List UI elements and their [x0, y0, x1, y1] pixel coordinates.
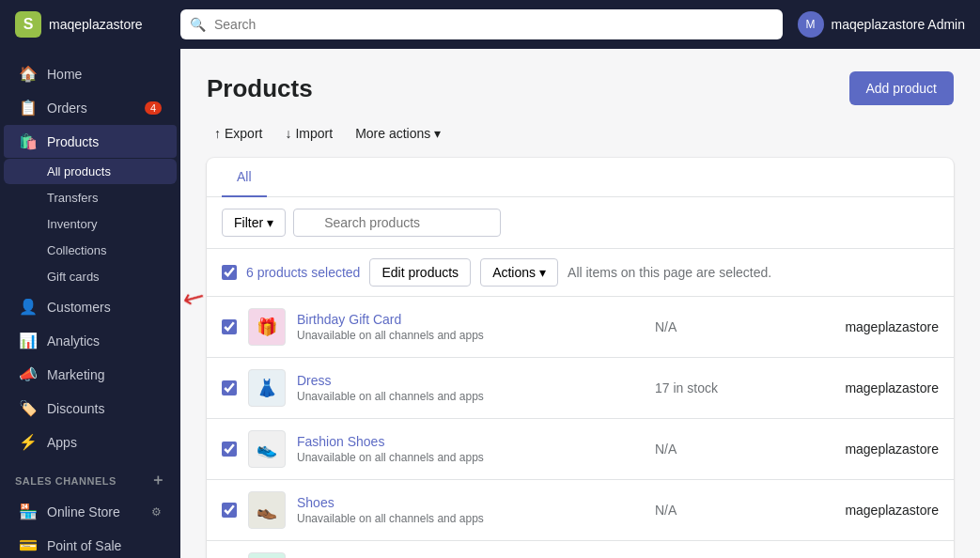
- tab-all[interactable]: All: [222, 158, 267, 197]
- apps-icon: ⚡: [19, 433, 38, 451]
- actions-label: Actions: [492, 265, 536, 280]
- main-content: Products Add product ↑ Export ↓ Import M…: [180, 49, 980, 558]
- more-actions-label: More actions: [355, 126, 430, 141]
- filter-label: Filter: [234, 215, 263, 230]
- product-checkbox[interactable]: [222, 442, 237, 457]
- search-icon: 🔍: [190, 17, 206, 32]
- product-checkbox[interactable]: [222, 380, 237, 395]
- sidebar-item-online-store[interactable]: 🏪 Online Store ⚙: [4, 495, 177, 528]
- sidebar-sub-all-products[interactable]: All products: [4, 159, 177, 184]
- sidebar-sub-transfers[interactable]: Transfers: [4, 185, 177, 210]
- tab-all-label: All: [237, 169, 252, 184]
- table-row: 👟 Fashion Shoes Unavailable on all chann…: [207, 419, 954, 480]
- pos-icon: 💳: [19, 536, 38, 554]
- main-layout: ↙ 🏠 Home 📋 Orders 4 🛍️ Products All prod…: [0, 49, 980, 558]
- toolbar: ↑ Export ↓ Import More actions ▾: [207, 120, 954, 147]
- product-stock: N/A: [655, 503, 805, 518]
- sidebar-item-products[interactable]: 🛍️ Products: [4, 125, 177, 158]
- shopify-icon: S: [15, 11, 41, 38]
- sidebar-item-label: Discounts: [47, 401, 104, 416]
- sidebar-item-label: Home: [47, 67, 82, 82]
- brand-logo[interactable]: S maqeplazastore: [15, 11, 165, 38]
- page-header: Products Add product: [207, 71, 954, 105]
- sidebar-item-orders[interactable]: 📋 Orders 4: [4, 91, 177, 124]
- product-subtitle: Unavailable on all channels and apps: [297, 329, 644, 342]
- product-channel: mageplazastore: [817, 503, 939, 518]
- sidebar-item-marketing[interactable]: 📣 Marketing: [4, 358, 177, 391]
- product-stock: 17 in stock: [655, 380, 805, 395]
- select-all-checkbox[interactable]: [222, 265, 237, 280]
- product-name[interactable]: Fashion Shoes: [297, 434, 644, 449]
- sidebar-item-home[interactable]: 🏠 Home: [4, 57, 177, 90]
- sidebar-item-label: Products: [47, 134, 99, 149]
- product-info: Fashion Shoes Unavailable on all channel…: [297, 434, 644, 464]
- export-button[interactable]: ↑ Export: [207, 120, 270, 147]
- product-stock: N/A: [655, 319, 805, 334]
- search-input[interactable]: [180, 9, 783, 39]
- product-thumbnail: 👞: [248, 491, 286, 529]
- product-thumbnail: 👕: [248, 552, 286, 558]
- sidebar-item-analytics[interactable]: 📊 Analytics: [4, 324, 177, 357]
- product-subtitle: Unavailable on all channels and apps: [297, 451, 644, 464]
- admin-menu[interactable]: M maqeplazastore Admin: [798, 11, 965, 38]
- export-icon: ↑: [214, 126, 221, 141]
- filter-button[interactable]: Filter ▾: [222, 209, 286, 237]
- product-subtitle: Unavailable on all channels and apps: [297, 390, 644, 403]
- sales-channels-section: SALES CHANNELS ＋: [0, 459, 180, 494]
- sidebar-item-label: Apps: [47, 435, 77, 450]
- product-subtitle: Unavailable on all channels and apps: [297, 512, 644, 525]
- add-product-button[interactable]: Add product: [849, 71, 955, 105]
- sidebar-item-label: Point of Sale: [47, 538, 121, 553]
- import-label: Import: [295, 126, 333, 141]
- actions-chevron-icon: ▾: [539, 265, 546, 280]
- table-row: 👞 Shoes Unavailable on all channels and …: [207, 480, 954, 541]
- add-sales-channel-icon[interactable]: ＋: [150, 471, 166, 490]
- marketing-icon: 📣: [19, 365, 38, 383]
- selection-bar: 6 products selected Edit products Action…: [207, 249, 954, 297]
- avatar: M: [798, 11, 824, 38]
- sidebar-item-label: Customers: [47, 300, 111, 315]
- sidebar-item-apps[interactable]: ⚡ Apps: [4, 426, 177, 458]
- chevron-down-icon: ▾: [434, 126, 441, 141]
- actions-button[interactable]: Actions ▾: [480, 258, 558, 287]
- more-actions-button[interactable]: More actions ▾: [348, 120, 448, 147]
- product-info: Shoes Unavailable on all channels and ap…: [297, 495, 644, 525]
- sidebar-sub-label: Collections: [47, 243, 107, 257]
- discounts-icon: 🏷️: [19, 399, 38, 417]
- edit-products-button[interactable]: Edit products: [369, 258, 471, 287]
- sidebar-item-customers[interactable]: 👤 Customers: [4, 290, 177, 323]
- search-products-wrapper: 🔍: [293, 209, 939, 237]
- sidebar-sub-label: Transfers: [47, 191, 98, 205]
- sidebar: 🏠 Home 📋 Orders 4 🛍️ Products All produc…: [0, 49, 180, 558]
- selected-count: 6 products selected: [246, 265, 360, 280]
- sidebar-sub-gift-cards[interactable]: Gift cards: [4, 264, 177, 289]
- search-products-input[interactable]: [293, 209, 501, 237]
- product-name[interactable]: Shoes: [297, 495, 644, 510]
- products-card: All Filter ▾ 🔍 6 products selected Edit …: [207, 158, 954, 558]
- sidebar-sub-label: Inventory: [47, 217, 97, 231]
- customers-icon: 👤: [19, 298, 38, 316]
- product-list: 🎁 Birthday Gift Card Unavailable on all …: [207, 297, 954, 558]
- product-thumbnail: 🎁: [248, 308, 286, 346]
- sidebar-item-label: Online Store: [47, 504, 120, 519]
- product-checkbox[interactable]: [222, 503, 237, 518]
- sidebar-item-discounts[interactable]: 🏷️ Discounts: [4, 392, 177, 425]
- product-checkbox[interactable]: [222, 319, 237, 334]
- import-button[interactable]: ↓ Import: [277, 120, 340, 147]
- selection-info: All items on this page are selected.: [568, 265, 771, 280]
- tabs-bar: All: [207, 158, 954, 197]
- sidebar-item-label: Marketing: [47, 367, 104, 382]
- sidebar-sub-inventory[interactable]: Inventory: [4, 211, 177, 237]
- admin-label: maqeplazastore Admin: [832, 17, 965, 32]
- sidebar-item-point-of-sale[interactable]: 💳 Point of Sale: [4, 529, 177, 558]
- online-store-settings-icon[interactable]: ⚙: [151, 505, 162, 519]
- sidebar-sub-collections[interactable]: Collections: [4, 238, 177, 263]
- product-stock: N/A: [655, 442, 805, 457]
- product-name[interactable]: Dress: [297, 373, 644, 388]
- product-name[interactable]: Birthday Gift Card: [297, 312, 644, 327]
- sidebar-item-label: Analytics: [47, 333, 100, 349]
- orders-badge: 4: [145, 101, 162, 115]
- top-navigation: S maqeplazastore 🔍 M maqeplazastore Admi…: [0, 0, 980, 49]
- product-thumbnail: 👟: [248, 430, 286, 468]
- analytics-icon: 📊: [19, 332, 38, 349]
